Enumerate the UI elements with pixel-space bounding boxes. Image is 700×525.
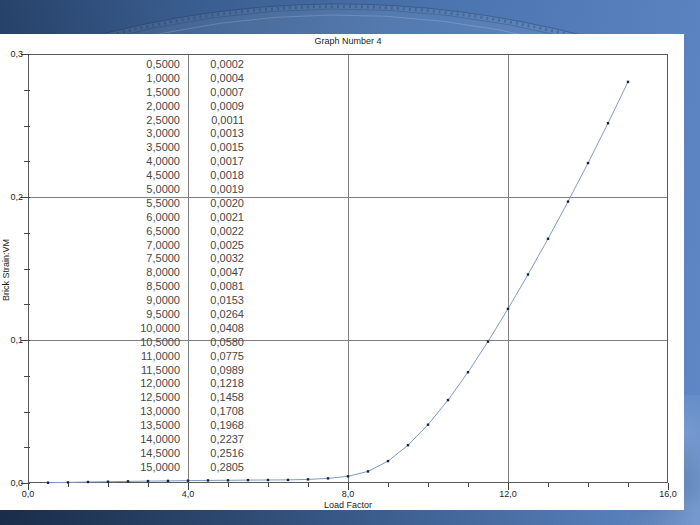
table-row: 12,50000,1458 — [100, 389, 244, 403]
table-row: 5,00000,0019 — [100, 181, 244, 195]
table-row: 1,50000,0007 — [100, 84, 244, 98]
table-row: 9,50000,0264 — [100, 306, 244, 320]
table-row: 7,50000,0032 — [100, 250, 244, 264]
table-row: 1,00000,0004 — [100, 70, 244, 84]
data-point-marker — [527, 273, 529, 275]
data-point-marker — [487, 340, 489, 342]
data-point-marker — [467, 371, 469, 373]
x-tick-label: 4,0 — [173, 489, 203, 500]
data-point-marker — [127, 480, 129, 482]
table-row: 6,50000,0022 — [100, 223, 244, 237]
table-row: 9,00000,0153 — [100, 292, 244, 306]
data-point-marker — [367, 470, 369, 472]
data-point-marker — [167, 480, 169, 482]
data-point-marker — [227, 479, 229, 481]
x-tick-label: 0,0 — [13, 489, 43, 500]
table-row: 13,00000,1708 — [100, 403, 244, 417]
table-row: 5,50000,0020 — [100, 195, 244, 209]
table-row: 3,00000,0013 — [100, 125, 244, 139]
data-point-marker — [567, 200, 569, 202]
table-row: 10,00000,0408 — [100, 320, 244, 334]
x-tick-label: 16,0 — [653, 489, 683, 500]
table-row: 12,00000,1218 — [100, 375, 244, 389]
table-row: 11,00000,0775 — [100, 348, 244, 362]
table-row: 0,50000,0002 — [100, 56, 244, 70]
data-point-marker — [147, 480, 149, 482]
table-row: 11,50000,0989 — [100, 362, 244, 376]
table-row: 2,00000,0009 — [100, 98, 244, 112]
strain-value-cell: 0,2805 — [196, 461, 244, 475]
data-point-marker — [67, 481, 69, 483]
chart-title: Graph Number 4 — [28, 36, 668, 46]
table-row: 10,50000,0580 — [100, 334, 244, 348]
data-point-marker — [307, 478, 309, 480]
y-tick-label: 0,3 — [0, 49, 23, 60]
table-row: 14,50000,2516 — [100, 445, 244, 459]
table-row: 8,00000,0047 — [100, 264, 244, 278]
data-point-marker — [207, 479, 209, 481]
x-axis-title: Load Factor — [28, 500, 668, 510]
load-factor-cell: 15,0000 — [100, 461, 180, 475]
table-row: 14,00000,2237 — [100, 431, 244, 445]
data-point-marker — [187, 479, 189, 481]
table-row: 8,50000,0081 — [100, 278, 244, 292]
y-axis-title: Brick Strain:VM — [1, 200, 13, 340]
data-point-marker — [407, 444, 409, 446]
data-point-marker — [547, 238, 549, 240]
y-tick-label: 0,0 — [0, 478, 23, 489]
x-tick-label: 8,0 — [333, 489, 363, 500]
table-row: 7,00000,0025 — [100, 237, 244, 251]
data-point-marker — [607, 122, 609, 124]
table-row: 4,00000,0017 — [100, 153, 244, 167]
data-point-marker — [287, 479, 289, 481]
table-row: 4,50000,0018 — [100, 167, 244, 181]
dome-arc-outer — [80, 4, 585, 34]
table-row: 2,50000,0011 — [100, 112, 244, 126]
data-point-marker — [327, 477, 329, 479]
data-point-marker — [447, 399, 449, 401]
slide-background: Graph Number 4 0,00,10,20,3 0,04,08,012,… — [0, 0, 700, 525]
data-point-marker — [47, 482, 49, 484]
data-point-marker — [267, 479, 269, 481]
chart-panel: Graph Number 4 0,00,10,20,3 0,04,08,012,… — [0, 34, 684, 510]
value-table-overlay: 0,50000,00021,00000,00041,50000,00072,00… — [100, 56, 244, 473]
data-point-marker — [87, 481, 89, 483]
data-point-marker — [387, 460, 389, 462]
data-point-marker — [507, 308, 509, 310]
data-point-marker — [427, 424, 429, 426]
table-row: 13,50000,1968 — [100, 417, 244, 431]
table-row: 6,00000,0021 — [100, 209, 244, 223]
data-point-marker — [627, 81, 629, 83]
data-point-marker — [247, 479, 249, 481]
table-row: 3,50000,0015 — [100, 139, 244, 153]
data-point-marker — [347, 475, 349, 477]
data-point-marker — [587, 162, 589, 164]
data-point-marker — [107, 481, 109, 483]
x-tick-label: 12,0 — [493, 489, 523, 500]
table-row: 15,00000,2805 — [100, 459, 244, 473]
dome-wireframe-decoration — [40, 0, 620, 34]
